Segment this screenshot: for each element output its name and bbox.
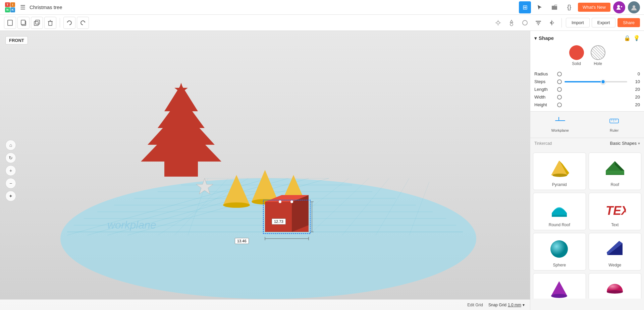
shape-item-round-roof[interactable]: Round Roof <box>533 193 586 230</box>
snap-grid-value[interactable]: 1.0 mm <box>508 303 521 307</box>
tree-base <box>164 160 198 177</box>
pyramid-visual <box>548 157 571 180</box>
logo-k: K <box>10 7 15 12</box>
copy-button[interactable] <box>17 17 30 29</box>
edit-grid-button[interactable]: Edit Grid <box>467 303 483 307</box>
svg-point-18 <box>510 23 513 26</box>
svg-rect-20 <box>536 21 541 22</box>
length-prop: Length 20 <box>534 87 640 92</box>
scene-svg: workplane <box>0 31 530 310</box>
import-button[interactable]: Import <box>566 18 590 27</box>
shape-item-half-sphere[interactable]: Half Sphere <box>589 273 642 299</box>
length-label: Length <box>534 87 554 92</box>
toolbar: Import Export Share <box>0 15 644 31</box>
sphere-visual <box>548 237 571 261</box>
library-title-text: Basic Shapes <box>610 141 637 146</box>
align-tool-btn[interactable] <box>533 17 544 28</box>
logo-n: N <box>5 7 10 12</box>
viewport[interactable]: FRONT ⌂ ↻ + − ✦ <box>0 31 530 310</box>
svg-rect-49 <box>555 120 565 121</box>
svg-rect-8 <box>34 21 38 25</box>
length-control <box>557 87 627 92</box>
svg-marker-68 <box>551 281 567 296</box>
code-nav-btn[interactable]: {} <box>563 1 575 13</box>
shape-item-text[interactable]: TEXT Text <box>589 193 642 230</box>
svg-point-13 <box>497 21 499 24</box>
shape-item-wedge[interactable]: Wedge <box>589 233 642 270</box>
width-value: 20 <box>630 95 640 100</box>
user-avatar[interactable] <box>628 1 640 13</box>
height-label: Height <box>534 102 554 107</box>
export-button[interactable]: Export <box>592 18 616 27</box>
steps-value: 10 <box>630 79 640 84</box>
svg-point-70 <box>607 290 623 294</box>
svg-rect-21 <box>537 22 540 23</box>
width-circle[interactable] <box>557 95 562 100</box>
shape-tool-btn[interactable] <box>506 17 517 28</box>
library-dropdown-icon[interactable]: ▾ <box>638 141 640 146</box>
wedge-visual <box>603 237 627 261</box>
wedge-label: Wedge <box>608 263 621 267</box>
sphere-label: Sphere <box>553 263 566 267</box>
round-roof-label: Round Roof <box>549 223 570 227</box>
new-doc-button[interactable] <box>4 17 16 29</box>
radius-circle[interactable] <box>557 72 562 76</box>
svg-point-69 <box>551 294 567 298</box>
grid-nav-btn[interactable]: ⊞ <box>519 1 531 13</box>
tinkercad-label: Tinkercad <box>534 141 552 146</box>
logo[interactable]: T I N K <box>4 1 16 13</box>
share-button[interactable]: Share <box>618 18 640 27</box>
shape-item-cone[interactable]: Cone <box>533 273 586 299</box>
light-tool-btn[interactable] <box>492 17 504 28</box>
svg-point-4 <box>633 5 635 8</box>
toolbar-sep-1 <box>60 18 60 27</box>
width-control <box>557 95 627 100</box>
folder-nav-btn[interactable] <box>548 1 560 13</box>
solid-label: Solid <box>572 61 581 66</box>
workplane-button[interactable]: Workplane <box>533 114 587 135</box>
text-label: Text <box>611 223 619 227</box>
shape-item-roof[interactable]: Roof <box>589 152 642 190</box>
library-select[interactable]: Basic Shapes ▾ <box>610 141 640 146</box>
svg-rect-50 <box>558 117 559 120</box>
snap-grid-control: Snap Grid 1.0 mm ▾ <box>488 303 525 307</box>
logo-i: I <box>10 2 15 7</box>
shape-toggle-icon[interactable]: ▾ <box>534 36 537 41</box>
svg-point-64 <box>550 240 568 258</box>
shape-panel: ▾ Shape 🔒 💡 Solid Hole <box>530 31 644 112</box>
shape-types: Solid Hole <box>534 45 640 66</box>
shape-item-sphere[interactable]: Sphere <box>533 233 586 270</box>
roof-label: Roof <box>611 182 619 187</box>
bulb-icon[interactable]: 💡 <box>633 35 640 41</box>
mirror-tool-btn[interactable] <box>546 17 557 28</box>
half-sphere-visual <box>603 277 627 299</box>
toolbar-sep-2 <box>561 18 562 27</box>
shape-props: Radius 0 Steps 10 <box>534 71 640 107</box>
svg-rect-10 <box>49 21 52 25</box>
pyramid-label: Pyramid <box>552 182 567 187</box>
redo-button[interactable] <box>77 17 89 29</box>
undo-button[interactable] <box>63 17 75 29</box>
svg-rect-51 <box>610 119 619 123</box>
whats-new-button[interactable]: What's New <box>578 3 610 12</box>
circle-tool-btn[interactable] <box>519 17 531 28</box>
shape-title-text: Shape <box>539 35 554 41</box>
duplicate-button[interactable] <box>31 17 43 29</box>
height-circle[interactable] <box>557 103 562 107</box>
length-circle[interactable] <box>557 87 562 92</box>
delete-button[interactable] <box>44 17 56 29</box>
user-plus-icon[interactable] <box>613 1 625 13</box>
svg-rect-60 <box>606 171 624 174</box>
steps-slider[interactable] <box>565 81 627 82</box>
steps-circle[interactable] <box>557 79 562 84</box>
ruler-label: Ruler <box>610 128 619 132</box>
hole-type[interactable]: Hole <box>591 45 605 66</box>
cursor-nav-btn[interactable] <box>534 1 546 13</box>
menu-icon[interactable]: ☰ <box>20 4 25 11</box>
shape-item-pyramid[interactable]: Pyramid <box>533 152 586 190</box>
lock-icon[interactable]: 🔒 <box>624 35 631 41</box>
solid-type[interactable]: Solid <box>569 45 584 66</box>
ruler-button[interactable]: Ruler <box>587 114 642 135</box>
snap-dropdown-icon[interactable]: ▾ <box>523 303 525 307</box>
top-nav: T I N K ☰ Christmas tree ⊞ {} What's New <box>0 0 644 15</box>
